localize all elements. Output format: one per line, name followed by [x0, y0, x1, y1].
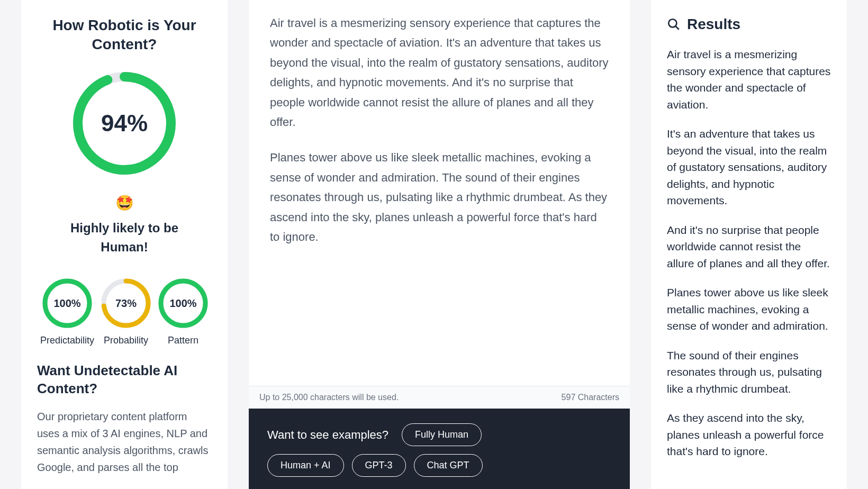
char-limit-text: Up to 25,000 characters will be used. — [259, 393, 399, 402]
results-paragraph: Planes tower above us like sleek metalli… — [667, 284, 831, 334]
sub-score-value: 100% — [169, 297, 196, 309]
results-paragraph: Air travel is a mesmerizing sensory expe… — [667, 46, 831, 113]
results-panel: Results Air travel is a mesmerizing sens… — [651, 0, 847, 489]
undetectable-title: Want Undetectable AI Content? — [37, 362, 212, 398]
results-title: Results — [687, 16, 740, 33]
sub-score-label: Pattern — [168, 335, 198, 346]
star-eyes-emoji-icon: 🤩 — [115, 192, 134, 214]
char-count-text: 597 Characters — [562, 393, 619, 402]
sub-score-probability: 73% Probability — [101, 278, 151, 346]
examples-title: Want to see examples? — [267, 428, 388, 442]
magnifier-icon — [667, 17, 681, 31]
main-score-value: 94% — [101, 110, 148, 137]
main-score-donut: 94% — [71, 70, 177, 176]
results-paragraph: The sound of their engines resonates thr… — [667, 347, 831, 397]
results-paragraph: It's an adventure that takes us beyond t… — [667, 125, 831, 209]
example-fully-human-button[interactable]: Fully Human — [402, 423, 482, 446]
sub-score-predictability: 100% Predictability — [40, 278, 94, 346]
undetectable-text: Our proprietary content platform uses a … — [37, 408, 212, 476]
content-panel: Air travel is a mesmerizing sensory expe… — [249, 0, 630, 489]
results-header: Results — [667, 16, 831, 33]
example-human-ai-button[interactable]: Human + AI — [267, 454, 344, 477]
example-gpt3-button[interactable]: GPT-3 — [352, 454, 406, 477]
score-title: How Robotic is Your Content? — [37, 16, 212, 55]
svg-line-9 — [675, 26, 679, 30]
results-paragraph: As they ascend into the sky, planes unle… — [667, 410, 831, 460]
results-text: Air travel is a mesmerizing sensory expe… — [667, 46, 831, 460]
sub-score-value: 73% — [115, 297, 137, 309]
content-paragraph: Planes tower above us like sleek metalli… — [270, 148, 609, 247]
examples-bar: Want to see examples? Fully Human Human … — [249, 409, 630, 489]
sub-scores: 100% Predictability 73% Probability — [40, 278, 209, 346]
content-paragraph: Air travel is a mesmerizing sensory expe… — [270, 13, 609, 132]
results-paragraph: And it's no surprise that people worldwi… — [667, 222, 831, 272]
sub-score-value: 100% — [53, 297, 80, 309]
verdict: 🤩 Highly likely to be Human! — [37, 192, 212, 257]
svg-point-8 — [668, 19, 676, 27]
example-chatgpt-button[interactable]: Chat GPT — [414, 454, 483, 477]
verdict-text: Highly likely to be Human! — [48, 219, 201, 257]
character-bar: Up to 25,000 characters will be used. 59… — [249, 386, 630, 409]
sub-score-pattern: 100% Pattern — [158, 278, 209, 346]
sub-score-label: Probability — [104, 335, 148, 346]
sub-score-label: Predictability — [40, 335, 94, 346]
content-textarea[interactable]: Air travel is a mesmerizing sensory expe… — [249, 0, 630, 386]
score-panel: How Robotic is Your Content? 94% 🤩 Highl… — [21, 0, 228, 489]
